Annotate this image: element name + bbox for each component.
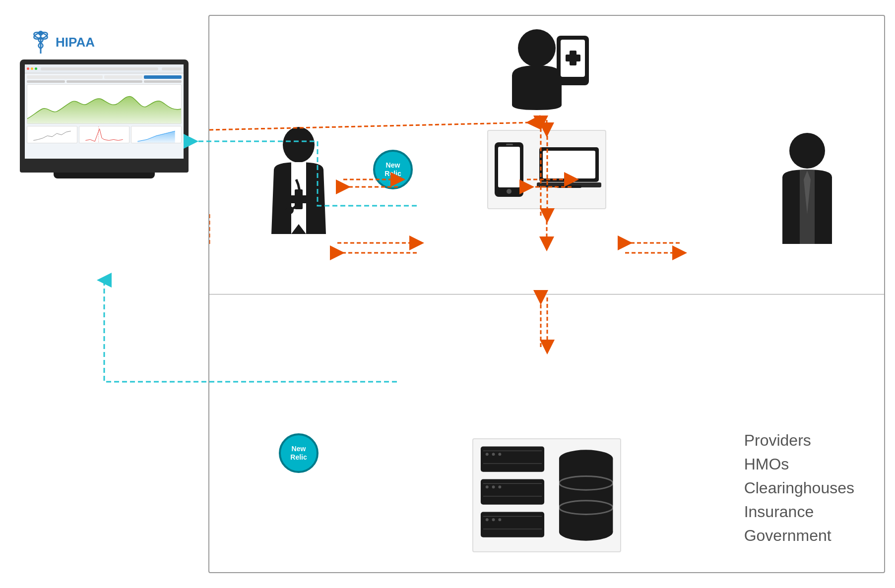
screen-dot-green (35, 67, 37, 70)
hipaa-label: HIPAA (30, 30, 203, 55)
svg-rect-8 (566, 55, 580, 61)
svg-rect-24 (492, 453, 495, 456)
laptop-base (20, 164, 189, 173)
hipaa-text: HIPAA (56, 35, 95, 50)
laptop (15, 59, 193, 178)
svg-point-3 (38, 31, 43, 36)
svg-rect-34 (481, 512, 544, 537)
clearinghouses-item: Clearinghouses (744, 476, 854, 500)
laptop-body (20, 59, 189, 178)
svg-rect-22 (481, 446, 544, 471)
new-relic-badge-bottom: New Relic (279, 433, 319, 473)
svg-rect-41 (559, 459, 613, 532)
left-section: HIPAA (15, 30, 203, 178)
new-relic-badge-top: New Relic (373, 150, 413, 189)
right-diagram-box: New Relic New Relic Providers HMOs Clear… (208, 15, 885, 573)
svg-rect-17 (506, 144, 513, 145)
laptop-stand (54, 173, 155, 178)
business-person-icon (770, 130, 844, 244)
hmos-item: HMOs (744, 452, 854, 476)
insurance-item: Insurance (744, 500, 854, 524)
hipaa-caduceus-icon (30, 30, 52, 55)
government-item: Government (744, 524, 854, 547)
screen-dot-yellow (31, 67, 33, 70)
svg-rect-35 (486, 518, 489, 521)
device-box (487, 130, 606, 209)
screen-dot-red (27, 67, 29, 70)
svg-rect-36 (492, 518, 495, 521)
svg-point-16 (507, 189, 511, 194)
laptop-screen (20, 59, 189, 164)
svg-rect-28 (481, 479, 544, 504)
new-relic-top-line1: New (386, 161, 400, 170)
svg-rect-19 (543, 151, 595, 178)
new-relic-bottom-line1: New (292, 445, 306, 453)
svg-point-13 (789, 133, 825, 169)
svg-rect-30 (492, 485, 495, 488)
new-relic-top-line2: Relic (384, 170, 401, 178)
svg-rect-31 (498, 485, 501, 488)
svg-rect-25 (498, 453, 501, 456)
screen-body (25, 73, 184, 145)
screen-header (25, 64, 184, 73)
providers-text: Providers HMOs Clearinghouses Insurance … (744, 428, 854, 547)
svg-rect-15 (498, 147, 520, 187)
svg-rect-37 (498, 518, 501, 521)
svg-rect-12 (289, 195, 309, 203)
patient-icon (502, 26, 591, 135)
doctor-icon (259, 125, 338, 244)
divider-line (209, 294, 884, 294)
new-relic-bottom-line2: Relic (290, 453, 307, 462)
main-container: HIPAA (0, 0, 895, 588)
providers-item: Providers (744, 428, 854, 452)
svg-rect-23 (486, 453, 489, 456)
svg-point-4 (518, 29, 556, 67)
performance-chart (27, 84, 182, 124)
server-box (472, 438, 621, 552)
bottom-charts (27, 126, 182, 143)
svg-rect-29 (486, 485, 489, 488)
svg-line-46 (209, 122, 533, 130)
svg-point-42 (559, 523, 613, 540)
screen-content (25, 64, 184, 159)
svg-rect-21 (557, 185, 581, 188)
svg-point-9 (283, 127, 315, 163)
